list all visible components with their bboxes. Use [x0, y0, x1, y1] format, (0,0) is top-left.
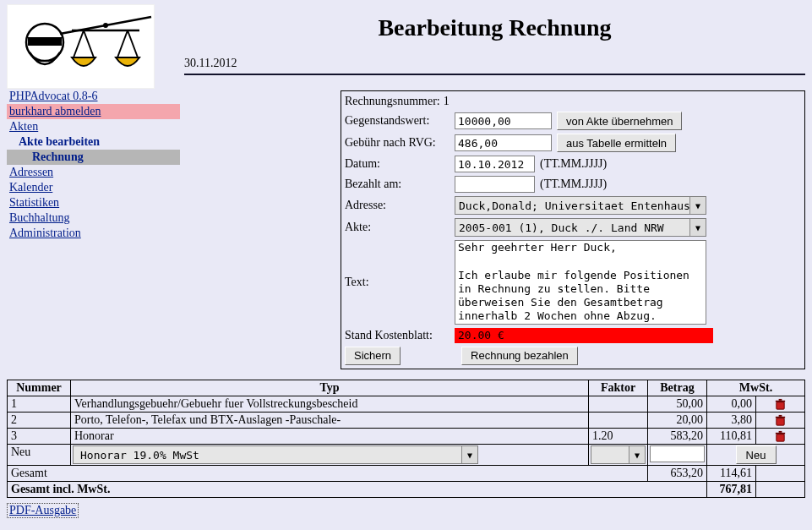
- app-logo: [7, 4, 155, 89]
- trash-icon[interactable]: [774, 430, 787, 443]
- table-row: 3 Honorar 1.20 583,20 110,81: [8, 429, 805, 445]
- chevron-down-icon[interactable]: ▼: [689, 219, 706, 236]
- svg-rect-16: [776, 433, 785, 434]
- akte-select[interactable]: 2005-001 (1), Duck ./. Land NRW ▼: [455, 218, 706, 237]
- new-faktor-select[interactable]: ▼: [591, 445, 646, 464]
- logout-link[interactable]: burkhard abmelden: [7, 104, 180, 119]
- line-items-table: Nummer Typ Faktor Betrag MwSt. 1 Verhand…: [7, 380, 805, 499]
- gegenwert-label: Gegenstandswert:: [345, 114, 455, 128]
- header-separator: [184, 74, 805, 75]
- save-button[interactable]: Sichern: [345, 347, 401, 365]
- datum-hint: (TT.MM.JJJJ): [540, 157, 607, 171]
- sidebar-item-administration[interactable]: Administration: [7, 226, 180, 241]
- rechnr-value: 1: [444, 95, 450, 108]
- svg-line-7: [117, 30, 128, 57]
- rechnr-label: Rechnungsnummer:: [345, 95, 440, 108]
- trash-icon[interactable]: [774, 414, 787, 427]
- th-mwst: MwSt.: [707, 380, 805, 396]
- gegenwert-input[interactable]: [455, 112, 552, 129]
- text-label: Text:: [345, 276, 455, 289]
- app-version-link[interactable]: PHPAdvocat 0.8-6: [7, 89, 180, 104]
- chevron-down-icon[interactable]: ▼: [689, 197, 706, 214]
- rvg-lookup-button[interactable]: aus Tabelle ermitteln: [557, 134, 676, 152]
- svg-rect-15: [777, 434, 784, 441]
- sum-row: Gesamt 653,20 114,61: [8, 466, 805, 482]
- bezahlt-hint: (TT.MM.JJJJ): [540, 178, 607, 191]
- rvg-label: Gebühr nach RVG:: [345, 136, 455, 150]
- svg-rect-17: [779, 431, 782, 433]
- adresse-label: Adresse:: [345, 199, 455, 212]
- svg-rect-1: [28, 37, 62, 46]
- th-faktor: Faktor: [589, 380, 648, 396]
- adresse-select[interactable]: Duck,Donald; Universitaet Entenhausen ▼: [455, 196, 706, 215]
- add-item-button[interactable]: Neu: [736, 445, 777, 464]
- kosten-value: 20.00 €: [455, 328, 713, 343]
- bezahlt-label: Bezahlt am:: [345, 178, 455, 191]
- pay-invoice-button[interactable]: Rechnung bezahlen: [461, 347, 578, 365]
- rvg-input[interactable]: [455, 134, 552, 151]
- akte-label: Akte:: [345, 221, 455, 234]
- svg-rect-9: [777, 402, 784, 408]
- th-betrag: Betrag: [648, 380, 707, 396]
- svg-point-3: [103, 23, 108, 28]
- th-nummer: Nummer: [8, 380, 71, 396]
- new-item-row: Neu Honorar 19.0% MwSt ▼ ▼ Neu: [8, 445, 805, 466]
- svg-rect-12: [777, 418, 784, 425]
- table-row: 1 Verhandlungsgebuehr/Gebuehr fuer Volls…: [8, 396, 805, 412]
- trash-icon[interactable]: [774, 398, 787, 411]
- bezahlt-input[interactable]: [455, 176, 535, 193]
- sidebar: PHPAdvocat 0.8-6 burkhard abmelden Akten…: [7, 89, 180, 241]
- sidebar-item-kalender[interactable]: Kalender: [7, 180, 180, 195]
- svg-line-5: [74, 30, 84, 57]
- datum-input[interactable]: [455, 156, 535, 172]
- datum-label: Datum:: [345, 157, 455, 171]
- table-row: 2 Porto, Telefon-, Telefax und BTX-Ausla…: [8, 412, 805, 428]
- sidebar-item-buchhaltung[interactable]: Buchhaltung: [7, 210, 180, 226]
- sidebar-item-statistiken[interactable]: Statistiken: [7, 195, 180, 210]
- total-row: Gesamt incl. MwSt. 767,81: [8, 482, 805, 498]
- page-title: Bearbeitung Rechnung: [184, 14, 805, 41]
- sidebar-item-akten[interactable]: Akten: [7, 119, 180, 134]
- sidebar-item-adressen[interactable]: Adressen: [7, 165, 180, 180]
- text-textarea[interactable]: [455, 240, 706, 325]
- svg-rect-11: [779, 399, 782, 401]
- pdf-export-link[interactable]: PDF-Ausgabe: [7, 503, 79, 518]
- svg-rect-14: [779, 415, 782, 417]
- invoice-form: Rechnungsnummer: 1 Gegenstandswert: von …: [341, 90, 805, 369]
- gegenwert-from-file-button[interactable]: von Akte übernehmen: [557, 112, 682, 130]
- svg-line-6: [84, 30, 94, 57]
- kosten-label: Stand Kostenblatt:: [345, 329, 455, 342]
- svg-rect-10: [776, 401, 785, 402]
- chevron-down-icon[interactable]: ▼: [629, 446, 645, 463]
- sidebar-item-akte-bearbeiten[interactable]: Akte bearbeiten: [7, 134, 180, 150]
- th-typ: Typ: [71, 380, 589, 396]
- sidebar-item-rechnung[interactable]: Rechnung: [7, 150, 180, 165]
- header-date: 30.11.2012: [184, 57, 805, 70]
- svg-line-8: [128, 30, 138, 57]
- svg-rect-13: [776, 417, 785, 418]
- chevron-down-icon[interactable]: ▼: [461, 446, 477, 463]
- new-typ-select[interactable]: Honorar 19.0% MwSt ▼: [73, 445, 478, 464]
- new-betrag-input[interactable]: [650, 445, 705, 462]
